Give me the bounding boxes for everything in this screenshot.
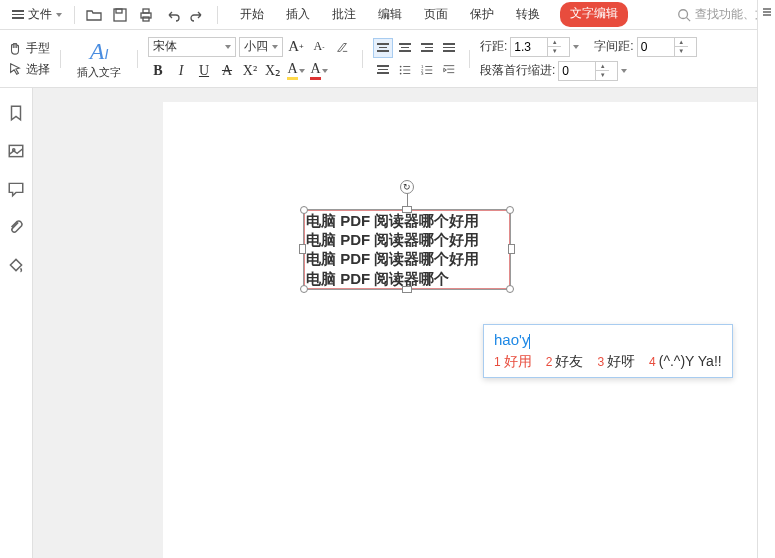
tab-text-edit[interactable]: 文字编辑	[560, 2, 628, 27]
line-spacing-input[interactable]: ▲▼	[510, 37, 570, 57]
divider	[469, 50, 470, 68]
font-color-button[interactable]: A	[309, 61, 329, 81]
ime-popup[interactable]: hao'y 1好用 2好友 3好呀 4(^.^)Y Ya!!	[483, 324, 733, 378]
numbering-button[interactable]: 123	[417, 60, 437, 80]
svg-point-8	[400, 72, 402, 74]
font-controls: 宋体 小四 A+ A- B I U A X² X₂ A A	[148, 37, 352, 81]
align-left-button[interactable]	[373, 38, 393, 58]
insert-text-icon: AI	[90, 38, 109, 65]
undo-icon[interactable]	[161, 4, 183, 26]
top-bar: 文件 开始 插入 批注 编辑 页面 保护 转换 文字编辑 查找功能、文	[0, 0, 775, 30]
left-sidebar	[0, 88, 33, 558]
save-icon[interactable]	[109, 4, 131, 26]
bullets-button[interactable]	[395, 60, 415, 80]
attachment-icon[interactable]	[7, 218, 25, 236]
resize-handle[interactable]	[299, 244, 306, 254]
main-tabs: 开始 插入 批注 编辑 页面 保护 转换 文字编辑	[238, 2, 628, 27]
ime-candidate[interactable]: 4(^.^)Y Ya!!	[649, 353, 722, 371]
font-size-select[interactable]: 小四	[239, 37, 283, 57]
char-spacing-input[interactable]: ▲▼	[637, 37, 697, 57]
char-spacing-label: 字间距:	[594, 38, 633, 55]
fill-icon[interactable]	[7, 256, 25, 274]
subscript-button[interactable]: X₂	[263, 61, 283, 81]
insert-text-tool[interactable]: AI 插入文字	[71, 36, 127, 82]
chevron-down-icon	[56, 13, 62, 17]
resize-handle[interactable]	[402, 206, 412, 213]
line-spacing-label: 行距:	[480, 38, 507, 55]
comment-icon[interactable]	[7, 180, 25, 198]
divider	[74, 6, 75, 24]
mode-tools: 手型 选择	[8, 40, 50, 78]
rotate-handle[interactable]: ↻	[400, 180, 414, 194]
shrink-font-button[interactable]: A-	[309, 37, 329, 57]
align-justify-button[interactable]	[439, 38, 459, 58]
indent-button[interactable]	[439, 60, 459, 80]
hamburger-icon	[12, 10, 24, 19]
first-indent-label: 段落首行缩进:	[480, 62, 555, 79]
tab-page[interactable]: 页面	[422, 2, 450, 27]
chevron-down-icon[interactable]	[573, 45, 579, 49]
highlight-button[interactable]: A	[286, 61, 306, 81]
tab-convert[interactable]: 转换	[514, 2, 542, 27]
bookmark-icon[interactable]	[7, 104, 25, 122]
resize-handle[interactable]	[508, 244, 515, 254]
ime-candidate[interactable]: 3好呀	[597, 353, 635, 371]
collapse-icon[interactable]	[761, 6, 773, 18]
print-icon[interactable]	[135, 4, 157, 26]
page: ↻ 电脑 PDF 阅读器哪个好用 电脑 PDF 阅读器哪个好用 电脑 PDF 阅…	[163, 102, 775, 558]
svg-rect-1	[116, 9, 122, 13]
bold-button[interactable]: B	[148, 61, 168, 81]
svg-point-6	[400, 65, 402, 67]
ime-candidate[interactable]: 1好用	[494, 353, 532, 371]
align-center-button[interactable]	[395, 38, 415, 58]
right-bar	[757, 0, 775, 558]
tab-edit[interactable]: 编辑	[376, 2, 404, 27]
align-top-button[interactable]	[373, 60, 393, 80]
clear-format-button[interactable]	[332, 37, 352, 57]
text-line: 电脑 PDF 阅读器哪个好用	[306, 230, 508, 249]
svg-rect-4	[143, 17, 149, 21]
redo-icon[interactable]	[187, 4, 209, 26]
divider	[60, 50, 61, 68]
align-buttons: 123	[373, 38, 459, 80]
tab-start[interactable]: 开始	[238, 2, 266, 27]
canvas[interactable]: ↻ 电脑 PDF 阅读器哪个好用 电脑 PDF 阅读器哪个好用 电脑 PDF 阅…	[33, 88, 775, 558]
ime-candidates: 1好用 2好友 3好呀 4(^.^)Y Ya!!	[494, 353, 722, 371]
tab-insert[interactable]: 插入	[284, 2, 312, 27]
search-box[interactable]: 查找功能、文	[677, 6, 767, 23]
resize-handle[interactable]	[506, 206, 514, 214]
tab-protect[interactable]: 保护	[468, 2, 496, 27]
ime-candidate[interactable]: 2好友	[546, 353, 584, 371]
svg-point-5	[679, 9, 688, 18]
text-line: 电脑 PDF 阅读器哪个好用	[306, 249, 508, 268]
resize-handle[interactable]	[300, 285, 308, 293]
file-menu[interactable]: 文件	[8, 4, 66, 25]
search-icon	[677, 8, 691, 22]
resize-handle[interactable]	[402, 286, 412, 293]
divider	[362, 50, 363, 68]
divider	[217, 6, 218, 24]
hand-tool[interactable]: 手型	[8, 40, 50, 57]
font-family-select[interactable]: 宋体	[148, 37, 236, 57]
grow-font-button[interactable]: A+	[286, 37, 306, 57]
superscript-button[interactable]: X²	[240, 61, 260, 81]
italic-button[interactable]: I	[171, 61, 191, 81]
chevron-down-icon[interactable]	[621, 69, 627, 73]
svg-point-7	[400, 69, 402, 71]
workspace: ↻ 电脑 PDF 阅读器哪个好用 电脑 PDF 阅读器哪个好用 电脑 PDF 阅…	[0, 88, 775, 558]
svg-text:3: 3	[421, 71, 424, 76]
text-content[interactable]: 电脑 PDF 阅读器哪个好用 电脑 PDF 阅读器哪个好用 电脑 PDF 阅读器…	[304, 210, 510, 289]
text-box[interactable]: ↻ 电脑 PDF 阅读器哪个好用 电脑 PDF 阅读器哪个好用 电脑 PDF 阅…	[303, 209, 511, 290]
select-tool[interactable]: 选择	[8, 61, 50, 78]
tab-comment[interactable]: 批注	[330, 2, 358, 27]
resize-handle[interactable]	[300, 206, 308, 214]
open-icon[interactable]	[83, 4, 105, 26]
first-indent-input[interactable]: ▲▼	[558, 61, 618, 81]
svg-rect-3	[143, 9, 149, 13]
align-right-button[interactable]	[417, 38, 437, 58]
divider	[137, 50, 138, 68]
strike-button[interactable]: A	[217, 61, 237, 81]
resize-handle[interactable]	[506, 285, 514, 293]
underline-button[interactable]: U	[194, 61, 214, 81]
image-icon[interactable]	[7, 142, 25, 160]
